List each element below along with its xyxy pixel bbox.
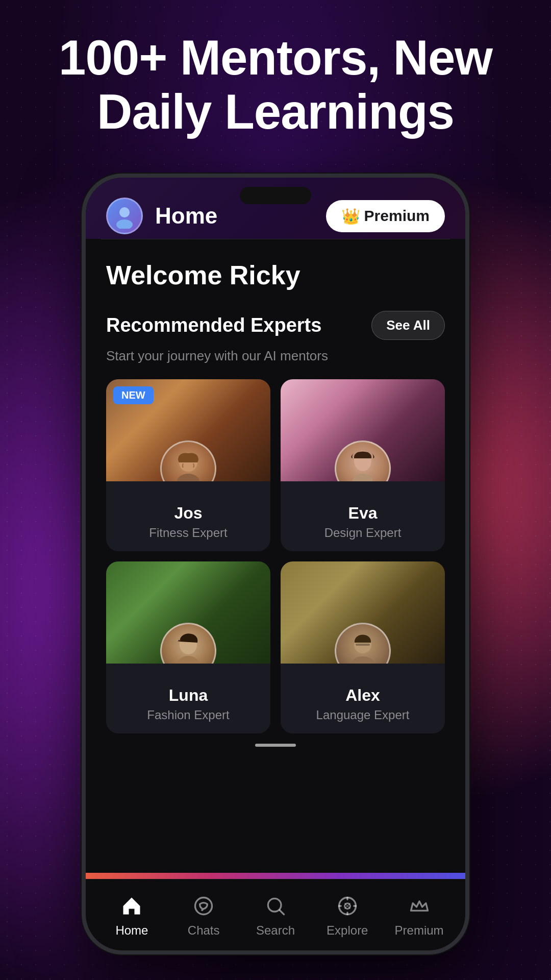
user-avatar[interactable] xyxy=(106,198,143,234)
expert-role-luna: Fashion Expert xyxy=(114,708,262,722)
chats-icon xyxy=(190,893,217,919)
nav-item-search[interactable]: Search xyxy=(240,893,312,938)
premium-icon: 👑 xyxy=(341,207,360,225)
avatar-wrapper-eva xyxy=(335,440,391,481)
nav-gradient-strip xyxy=(86,873,465,879)
expert-card-jos[interactable]: NEW xyxy=(106,379,270,551)
nav-item-home[interactable]: Home xyxy=(96,893,168,938)
card-bg-jos: NEW xyxy=(106,379,270,481)
avatar-wrapper-alex xyxy=(335,623,391,664)
expert-avatar-eva xyxy=(335,440,391,481)
svg-point-7 xyxy=(178,656,199,664)
nav-label-chats: Chats xyxy=(188,923,220,938)
expert-avatar-alex xyxy=(335,623,391,664)
scroll-indicator xyxy=(106,733,445,752)
expert-card-alex[interactable]: Alex Language Expert xyxy=(281,561,445,733)
avatar-wrapper-jos xyxy=(160,440,216,481)
scroll-dot xyxy=(255,744,296,747)
nav-item-explore[interactable]: Explore xyxy=(311,893,383,938)
expert-info-eva: Eva Design Expert xyxy=(281,481,445,551)
expert-avatar-jos xyxy=(160,440,216,481)
side-button-volume-up xyxy=(82,280,85,321)
expert-info-jos: Jos Fitness Expert xyxy=(106,481,270,551)
home-icon xyxy=(118,893,145,919)
svg-point-10 xyxy=(352,656,374,664)
hero-title: 100+ Mentors, New Daily Learnings xyxy=(20,31,531,138)
explore-icon xyxy=(334,893,361,919)
expert-name-eva: Eva xyxy=(289,504,437,523)
experts-grid: NEW xyxy=(106,379,445,733)
nav-label-home: Home xyxy=(115,923,148,938)
nav-item-chats[interactable]: Chats xyxy=(168,893,240,938)
expert-role-jos: Fitness Expert xyxy=(114,526,262,540)
svg-point-1 xyxy=(116,219,133,229)
expert-name-alex: Alex xyxy=(289,686,437,705)
expert-role-alex: Language Expert xyxy=(289,708,437,722)
svg-rect-9 xyxy=(356,644,370,646)
expert-card-eva[interactable]: Eva Design Expert xyxy=(281,379,445,551)
bottom-navigation: Home Chats xyxy=(86,879,465,950)
svg-point-0 xyxy=(119,207,130,217)
expert-card-luna[interactable]: Luna Fashion Expert xyxy=(106,561,270,733)
expert-name-jos: Jos xyxy=(114,504,262,523)
expert-info-luna: Luna Fashion Expert xyxy=(106,664,270,733)
premium-label: Premium xyxy=(364,207,430,225)
section-title: Recommended Experts xyxy=(106,314,321,336)
nav-item-premium[interactable]: Premium xyxy=(383,893,455,938)
expert-avatar-luna xyxy=(160,623,216,664)
card-bg-eva xyxy=(281,379,445,481)
expert-info-alex: Alex Language Expert xyxy=(281,664,445,733)
card-bg-alex xyxy=(281,561,445,664)
expert-name-luna: Luna xyxy=(114,686,262,705)
svg-point-11 xyxy=(195,897,212,914)
avatar-wrapper-luna xyxy=(160,623,216,664)
section-header: Recommended Experts See All xyxy=(106,311,445,340)
side-button-power xyxy=(466,321,469,382)
side-button-volume-down xyxy=(82,336,85,377)
nav-label-premium: Premium xyxy=(395,923,444,938)
see-all-button[interactable]: See All xyxy=(371,311,445,340)
nav-label-search: Search xyxy=(256,923,295,938)
phone-screen: Home 👑 Premium Welcome Ricky Recommended… xyxy=(86,178,465,950)
expert-role-eva: Design Expert xyxy=(289,526,437,540)
section-subtitle: Start your journey with our AI mentors xyxy=(106,348,445,364)
premium-nav-icon xyxy=(406,893,433,919)
search-icon xyxy=(262,893,289,919)
premium-button[interactable]: 👑 Premium xyxy=(326,200,445,232)
phone-frame: Home 👑 Premium Welcome Ricky Recommended… xyxy=(82,174,469,954)
svg-point-5 xyxy=(353,474,373,481)
nav-label-explore: Explore xyxy=(327,923,368,938)
phone-mockup: Home 👑 Premium Welcome Ricky Recommended… xyxy=(82,174,469,954)
svg-point-3 xyxy=(177,474,199,481)
card-bg-luna xyxy=(106,561,270,664)
screen-content: Welcome Ricky Recommended Experts See Al… xyxy=(86,239,465,873)
header-title: Home xyxy=(155,203,326,229)
welcome-greeting: Welcome Ricky xyxy=(106,260,445,290)
hero-section: 100+ Mentors, New Daily Learnings xyxy=(0,31,551,138)
dynamic-island xyxy=(240,187,311,204)
new-badge-jos: NEW xyxy=(113,386,154,404)
